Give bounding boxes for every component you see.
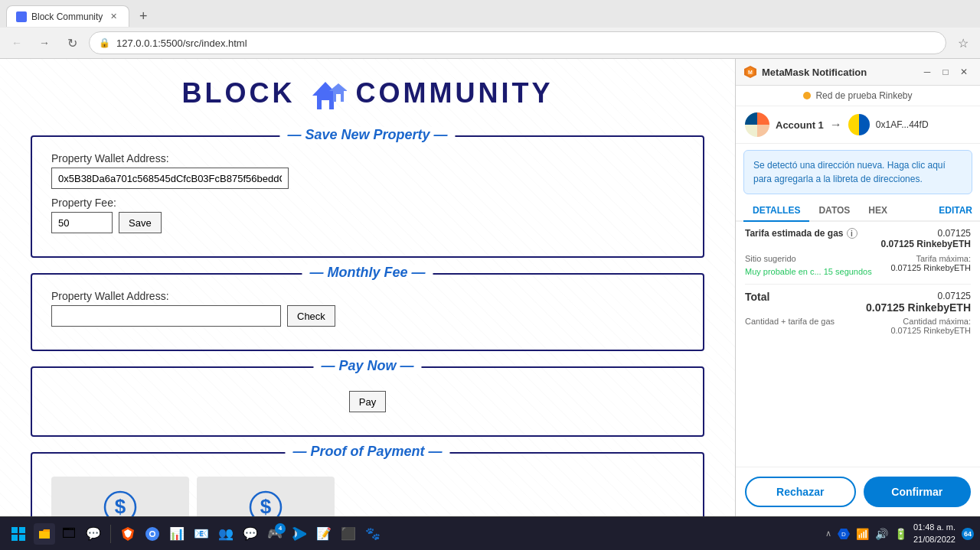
metamask-title-text: MetaMask Notification	[762, 67, 914, 78]
destination-address: 0x1AF...44fD	[876, 119, 929, 130]
svg-text:$: $	[115, 495, 126, 516]
svg-point-21	[151, 532, 155, 535]
save-button[interactable]: Save	[119, 212, 162, 233]
forward-button[interactable]: →	[34, 32, 55, 54]
edit-link[interactable]: EDITAR	[939, 200, 972, 220]
taskbar-notepad-icon[interactable]: 📝	[313, 523, 335, 545]
wifi-icon: 📶	[856, 528, 869, 540]
suggested-left: Sitio sugerido Muy probable en c... 15 s…	[745, 254, 872, 278]
svg-marker-22	[292, 527, 306, 541]
folder-icon	[38, 527, 51, 541]
taskbar-chat-icon[interactable]: 💬	[83, 523, 104, 545]
total-eth: 0.07125 RinkebyETH	[866, 301, 971, 314]
taskbar-whatsapp-icon[interactable]: 💬	[240, 523, 261, 545]
tab-title: Block Community	[31, 11, 103, 22]
metamask-content: Tarifa estimada de gas i 0.07125 0.07125…	[736, 222, 980, 467]
windows-logo-icon	[11, 526, 26, 542]
address-bar: ← → ↻ 🔒 127.0.0.1:5500/src/index.html ☆	[0, 28, 980, 58]
browser-tab[interactable]: Block Community ✕	[6, 5, 129, 27]
back-button[interactable]: ←	[6, 32, 28, 54]
metamask-logo: M	[743, 65, 757, 79]
max-fee-value: 0.07125 RinkebyETH	[890, 263, 971, 272]
quantity-row: Cantidad + tarifa de gas Cantidad máxima…	[745, 317, 971, 335]
svg-rect-2	[322, 100, 329, 109]
wallet-address-input[interactable]	[51, 168, 289, 189]
tab-close-button[interactable]: ✕	[107, 11, 119, 23]
main-area: BLOCK COMMUNITY Save New Property Proper…	[0, 59, 980, 516]
chrome-logo-icon	[145, 526, 160, 542]
bookmark-button[interactable]: ☆	[952, 32, 974, 54]
proof-cards: $ $	[51, 477, 684, 516]
start-button[interactable]	[6, 522, 31, 546]
taskbar-arrow-icon[interactable]: ∧	[825, 529, 831, 539]
property-fee-input[interactable]	[51, 212, 113, 233]
metamask-info-box[interactable]: Se detectó una dirección nueva. Haga cli…	[743, 150, 972, 194]
destination-flag	[848, 114, 870, 135]
vscode-logo-icon	[292, 526, 307, 542]
chat-glyph: 💬	[86, 526, 101, 541]
probable-label: Muy probable en c... 15 segundos	[745, 266, 872, 278]
svg-text:D: D	[841, 531, 846, 538]
taskbar-separator	[110, 525, 111, 543]
pay-button[interactable]: Pay	[349, 391, 386, 412]
terminal-glyph: ⬛	[341, 526, 356, 541]
svg-rect-5	[336, 94, 341, 102]
tab-bar: Block Community ✕ +	[0, 0, 980, 28]
dropbox-tray-icon: D	[838, 528, 850, 540]
tab-datos[interactable]: DATOS	[809, 200, 859, 222]
monthly-wallet-input[interactable]	[51, 305, 281, 327]
svg-rect-14	[19, 527, 25, 533]
taskbar-teams-icon[interactable]: 👥	[215, 523, 237, 545]
notepad-glyph: 📝	[316, 526, 332, 541]
metamask-network-bar: Red de prueba Rinkeby	[736, 86, 980, 106]
taskbar-excel-icon[interactable]: 📊	[166, 523, 188, 545]
svg-rect-16	[19, 535, 25, 541]
metamask-tabs: DETALLES DATOS HEX EDITAR	[736, 200, 980, 222]
reload-button[interactable]: ↻	[61, 32, 83, 54]
max-qty-wrap: Cantidad máxima: 0.07125 RinkebyETH	[890, 317, 971, 335]
confirmar-button[interactable]: Confirmar	[864, 477, 972, 507]
tab-detalles[interactable]: DETALLES	[743, 200, 809, 222]
taskbar-gitfox-icon[interactable]: 🐾	[362, 523, 384, 545]
svg-text:$: $	[260, 495, 272, 516]
proof-of-payment-section: Proof of Payment $ $	[31, 452, 704, 516]
account-avatar	[745, 112, 769, 137]
transfer-arrow-icon: →	[830, 118, 842, 132]
metamask-minimize-button[interactable]: ─	[919, 63, 936, 80]
new-tab-button[interactable]: +	[132, 5, 154, 27]
gas-fee-info-icon[interactable]: i	[847, 228, 858, 239]
rechazar-button[interactable]: Rechazar	[745, 477, 856, 507]
proof-card-1: $	[51, 477, 189, 516]
metamask-maximize-button[interactable]: □	[937, 63, 954, 80]
taskbar-steam-icon[interactable]: 🎮 4	[264, 523, 286, 545]
notification-badge[interactable]: 64	[962, 528, 974, 540]
max-qty-value: 0.07125 RinkebyETH	[890, 326, 971, 335]
taskbar-filemanager-icon[interactable]: 🗔	[58, 523, 80, 545]
taskbar-outlook-icon[interactable]: 📧	[191, 523, 212, 545]
check-button[interactable]: Check	[287, 305, 335, 327]
webpage-content: BLOCK COMMUNITY Save New Property Proper…	[0, 59, 735, 516]
address-input-wrap[interactable]: 🔒 127.0.0.1:5500/src/index.html	[89, 31, 946, 54]
pay-now-title: Pay Now	[313, 358, 421, 374]
gitfox-glyph: 🐾	[365, 526, 381, 541]
metamask-close-button[interactable]: ✕	[956, 63, 972, 80]
taskbar-right: ∧ D 📶 🔊 🔋 01:48 a. m. 21/08/2022 64	[825, 522, 974, 545]
taskbar-terminal-icon[interactable]: ⬛	[338, 523, 359, 545]
taskbar-time[interactable]: 01:48 a. m. 21/08/2022	[913, 522, 956, 545]
battery-icon: 🔋	[894, 528, 907, 540]
metamask-action-buttons: Rechazar Confirmar	[736, 467, 980, 516]
svg-rect-15	[11, 535, 18, 541]
tab-hex[interactable]: HEX	[859, 200, 897, 222]
time-display: 01:48 a. m.	[913, 522, 956, 533]
taskbar-brave-icon[interactable]	[117, 523, 139, 545]
taskbar-vscode-icon[interactable]	[289, 523, 310, 545]
taskbar-explorer-icon[interactable]	[34, 523, 55, 545]
steam-badge: 4	[275, 523, 286, 534]
taskbar-chrome-icon[interactable]	[142, 523, 163, 545]
metamask-accounts-row: Account 1 → 0x1AF...44fD	[736, 106, 980, 144]
wallet-address-row: Property Wallet Address:	[51, 152, 684, 189]
dollar-icon-2: $	[249, 490, 283, 516]
svg-rect-13	[11, 527, 18, 533]
gas-fee-label: Tarifa estimada de gas i	[745, 228, 858, 239]
network-name: Red de prueba Rinkeby	[815, 90, 912, 101]
